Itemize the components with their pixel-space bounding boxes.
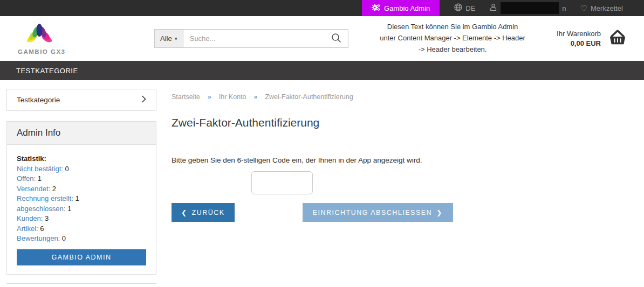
search-bar: Alle ▾ bbox=[154, 29, 348, 48]
stat-value: 1 bbox=[65, 205, 71, 213]
search-button[interactable] bbox=[325, 30, 348, 47]
globe-icon bbox=[454, 3, 462, 13]
header-note-line: unter Content Manager -> Elemente -> Hea… bbox=[348, 33, 557, 44]
finish-setup-label: EINRICHTUNG ABSCHLIESSEN bbox=[313, 209, 432, 216]
stat-label-link[interactable]: abgeschlossen: bbox=[17, 205, 65, 213]
shop-logo[interactable]: GAMBIO GX3 bbox=[0, 23, 154, 55]
sidebar: Testkategorie Admin Info Statistik: Nich… bbox=[6, 80, 156, 285]
logo-flower-icon bbox=[25, 23, 53, 47]
stat-row: Rechnung erstellt: 1 bbox=[17, 194, 146, 204]
back-button[interactable]: ❮ ZURÜCK bbox=[172, 203, 235, 222]
stat-label-link[interactable]: Bewertungen: bbox=[17, 234, 60, 242]
stat-value: 0 bbox=[63, 165, 69, 173]
header-note-line: Diesen Text können Sie im Gambio Admin bbox=[348, 22, 557, 33]
chevron-right-icon: ❯ bbox=[436, 209, 443, 216]
search-filter-dropdown[interactable]: Alle ▾ bbox=[155, 30, 183, 47]
category-label: Testkategorie bbox=[17, 96, 60, 104]
gears-icon bbox=[372, 4, 380, 13]
stats-list: Nicht bestätigt: 0Offen: 1Versendet: 2Re… bbox=[17, 164, 146, 244]
nav-item-testkategorie[interactable]: TESTKATEGORIE bbox=[16, 67, 78, 75]
main-area: Startseite»Ihr Konto»Zwei-Faktor-Authent… bbox=[172, 80, 644, 285]
search-icon bbox=[331, 33, 341, 45]
header: GAMBIO GX3 Alle ▾ Diesen Text können Sie… bbox=[0, 16, 644, 61]
heart-icon: ♡ bbox=[580, 4, 587, 12]
cart-amount: 0,00 EUR bbox=[557, 39, 601, 48]
stat-row: abgeschlossen: 1 bbox=[17, 204, 146, 214]
gambio-admin-sidebar-button[interactable]: GAMBIO ADMIN bbox=[17, 249, 146, 265]
stat-value: 6 bbox=[38, 225, 44, 233]
user-icon bbox=[489, 3, 497, 13]
admin-info-panel: Admin Info Statistik: Nicht bestätigt: 0… bbox=[6, 121, 156, 275]
gambio-admin-button[interactable]: Gambio Admin bbox=[362, 0, 440, 16]
search-filter-label: Alle bbox=[160, 34, 172, 43]
stats-title: Statistik: bbox=[17, 154, 146, 164]
stat-value: 1 bbox=[73, 194, 79, 202]
account-name-suffix: n bbox=[562, 4, 566, 12]
stat-label-link[interactable]: Artikel: bbox=[17, 225, 38, 233]
chevron-left-icon: ❮ bbox=[181, 209, 188, 216]
page-title: Zwei-Faktor-Authentifizierung bbox=[172, 116, 638, 129]
search-input[interactable] bbox=[183, 30, 325, 47]
cart-label: Ihr Warenkorb bbox=[557, 29, 601, 39]
breadcrumb-separator: » bbox=[208, 93, 211, 101]
code-instruction: Bitte geben Sie den 6-stelligen Code ein… bbox=[172, 156, 638, 164]
admin-info-title: Admin Info bbox=[7, 122, 156, 145]
stat-label-link[interactable]: Kunden: bbox=[17, 214, 43, 222]
redacted-account-name bbox=[501, 2, 559, 14]
account-menu[interactable]: n bbox=[482, 0, 573, 16]
main-navbar: TESTKATEGORIE bbox=[0, 61, 644, 80]
wishlist-label: Merkzettel bbox=[591, 4, 623, 12]
header-note: Diesen Text können Sie im Gambio Admin u… bbox=[348, 22, 557, 55]
breadcrumb-item: Zwei-Faktor-Authentifizierung bbox=[265, 93, 353, 101]
wishlist-link[interactable]: ♡ Merkzettel bbox=[573, 0, 630, 16]
stat-label-link[interactable]: Rechnung erstellt: bbox=[17, 194, 73, 202]
sidebar-item-testkategorie[interactable]: Testkategorie bbox=[6, 89, 156, 111]
gambio-admin-label: Gambio Admin bbox=[384, 4, 430, 12]
basket-icon bbox=[608, 30, 627, 48]
button-row: ❮ ZURÜCK EINRICHTUNG ABSCHLIESSEN ❯ bbox=[172, 203, 638, 222]
stat-row: Versendet: 2 bbox=[17, 184, 146, 194]
content: Testkategorie Admin Info Statistik: Nich… bbox=[0, 80, 644, 285]
language-selector[interactable]: DE bbox=[447, 0, 482, 16]
chevron-right-icon bbox=[141, 95, 146, 105]
stat-value: 1 bbox=[36, 174, 42, 183]
stat-value: 2 bbox=[50, 185, 56, 193]
stat-row: Artikel: 6 bbox=[17, 224, 146, 234]
stat-label-link[interactable]: Offen: bbox=[17, 174, 36, 183]
stat-row: Bewertungen: 0 bbox=[17, 234, 146, 244]
breadcrumb: Startseite»Ihr Konto»Zwei-Faktor-Authent… bbox=[172, 93, 638, 101]
cart-widget[interactable]: Ihr Warenkorb 0,00 EUR bbox=[557, 29, 644, 48]
stat-row: Offen: 1 bbox=[17, 174, 146, 184]
stat-value: 0 bbox=[60, 234, 66, 242]
breadcrumb-item[interactable]: Startseite bbox=[172, 93, 200, 101]
breadcrumb-item[interactable]: Ihr Konto bbox=[219, 93, 246, 101]
header-note-line: -> Header bearbeiten. bbox=[348, 44, 557, 55]
stat-value: 3 bbox=[43, 214, 49, 222]
topbar: Gambio Admin DE n ♡ Merkzettel bbox=[0, 0, 644, 16]
code-input[interactable] bbox=[251, 171, 313, 194]
stat-label-link[interactable]: Nicht bestätigt: bbox=[17, 165, 63, 173]
logo-text: GAMBIO GX3 bbox=[18, 48, 65, 55]
stat-row: Kunden: 3 bbox=[17, 214, 146, 224]
chevron-down-icon: ▾ bbox=[175, 36, 177, 41]
breadcrumb-separator: » bbox=[254, 93, 258, 101]
next-panel-edge bbox=[6, 283, 156, 285]
language-label: DE bbox=[465, 4, 475, 12]
finish-setup-button[interactable]: EINRICHTUNG ABSCHLIESSEN ❯ bbox=[303, 203, 453, 222]
stat-label-link[interactable]: Versendet: bbox=[17, 185, 50, 193]
stat-row: Nicht bestätigt: 0 bbox=[17, 164, 146, 174]
back-button-label: ZURÜCK bbox=[192, 209, 225, 216]
